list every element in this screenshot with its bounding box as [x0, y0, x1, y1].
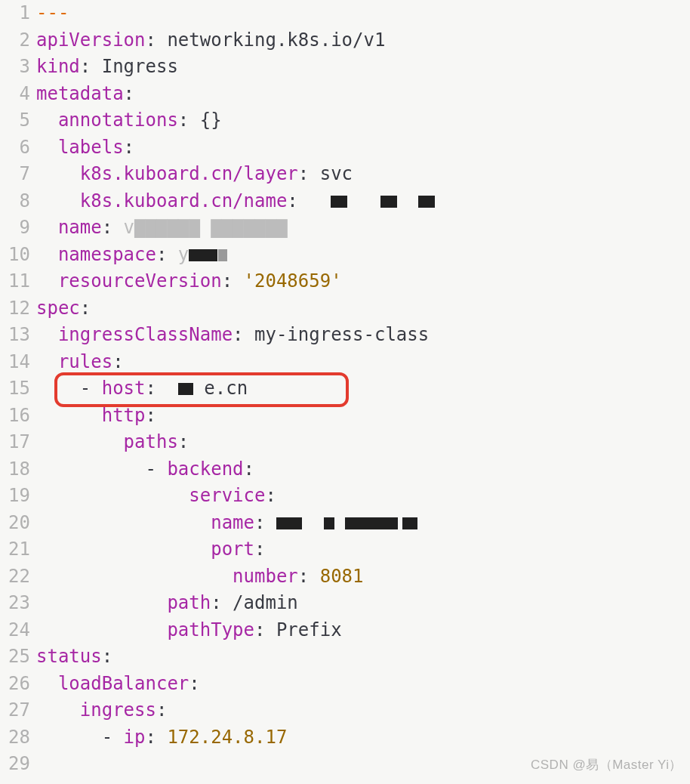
- line-number: 13: [0, 322, 36, 349]
- code-line: 18 - backend:: [0, 456, 690, 483]
- code-line: 17 paths:: [0, 429, 690, 456]
- yaml-key: name: [58, 217, 102, 238]
- line-number: 18: [0, 456, 36, 483]
- line-number: 3: [0, 54, 36, 81]
- yaml-key: annotations: [58, 110, 178, 131]
- redacted-block: [380, 196, 397, 208]
- line-number: 28: [0, 724, 36, 752]
- line-number: 4: [0, 81, 36, 108]
- redacted-block: [218, 249, 227, 261]
- line-number: 23: [0, 590, 36, 617]
- line-number: 20: [0, 510, 36, 537]
- yaml-doc-start: ---: [36, 2, 69, 23]
- code-line: 26 loadBalancer:: [0, 671, 690, 698]
- line-number: 8: [0, 188, 36, 215]
- line-number: 26: [0, 671, 36, 698]
- yaml-key: ingressClassName: [58, 324, 233, 345]
- redacted-block: [178, 383, 193, 395]
- line-number: 2: [0, 27, 36, 54]
- code-line: 15 - host: e.cn: [0, 375, 690, 403]
- yaml-key: metadata: [36, 83, 124, 104]
- yaml-key: kind: [36, 56, 80, 77]
- code-line: 1 ---: [0, 0, 690, 27]
- yaml-key: ingress: [80, 699, 156, 721]
- yaml-key: service: [189, 485, 265, 506]
- code-line: 16 http:: [0, 403, 690, 430]
- yaml-key: namespace: [58, 244, 156, 265]
- yaml-value: 172.24.8.17: [167, 727, 287, 748]
- line-number: 27: [0, 697, 36, 724]
- yaml-key: labels: [58, 137, 124, 158]
- yaml-key: port: [211, 539, 254, 560]
- yaml-key: rules: [58, 351, 112, 372]
- redacted-text: v▇▇▇▇▇▇ ▇▇▇▇▇▇▇: [124, 217, 288, 238]
- line-number: 25: [0, 644, 36, 671]
- code-line: 9 name: v▇▇▇▇▇▇ ▇▇▇▇▇▇▇: [0, 215, 690, 242]
- line-number: 1: [0, 0, 36, 27]
- yaml-key: loadBalancer: [58, 673, 189, 694]
- code-line: 20 name:: [0, 510, 690, 537]
- line-number: 22: [0, 563, 36, 591]
- yaml-key: k8s.kuboard.cn/name: [80, 190, 288, 211]
- yaml-key: pathType: [167, 619, 254, 640]
- line-number: 12: [0, 295, 36, 323]
- yaml-value: e.cn: [204, 378, 248, 399]
- redacted-block: [345, 517, 398, 529]
- line-number: 14: [0, 349, 36, 376]
- line-number: 15: [0, 375, 36, 403]
- code-line: 6 labels:: [0, 134, 690, 162]
- code-line: 12 spec:: [0, 295, 690, 323]
- code-line: 23 path: /admin: [0, 590, 690, 617]
- yaml-value: {}: [200, 110, 222, 131]
- yaml-key: apiVersion: [36, 29, 146, 51]
- code-line: 11 resourceVersion: '2048659': [0, 268, 690, 295]
- line-number: 29: [0, 751, 36, 778]
- code-line: 5 annotations: {}: [0, 107, 690, 134]
- code-line: 25 status:: [0, 644, 690, 671]
- line-number: 5: [0, 107, 36, 134]
- watermark-text: CSDN @易（Master Yi）: [531, 752, 682, 778]
- yaml-key: name: [211, 512, 254, 533]
- code-line: 10 namespace: y: [0, 242, 690, 269]
- code-line: 21 port:: [0, 536, 690, 563]
- yaml-value: /admin: [233, 592, 298, 613]
- code-line: 8 k8s.kuboard.cn/name:: [0, 188, 690, 215]
- yaml-key: resourceVersion: [58, 270, 222, 292]
- yaml-value: svc: [320, 163, 353, 184]
- code-line: 2 apiVersion: networking.k8s.io/v1: [0, 27, 690, 54]
- redacted-block: [331, 196, 347, 208]
- yaml-value: '2048659': [244, 270, 342, 292]
- yaml-code-block: 1 --- 2 apiVersion: networking.k8s.io/v1…: [0, 0, 690, 778]
- yaml-value: Ingress: [102, 56, 178, 77]
- code-line: 19 service:: [0, 483, 690, 510]
- redacted-block: [324, 517, 334, 529]
- redacted-block: [418, 196, 435, 208]
- line-number: 7: [0, 161, 36, 188]
- code-line: 7 k8s.kuboard.cn/layer: svc: [0, 161, 690, 188]
- yaml-key: ip: [124, 727, 146, 748]
- yaml-key: http: [102, 405, 146, 426]
- line-number: 6: [0, 134, 36, 162]
- line-number: 19: [0, 483, 36, 510]
- code-line: 24 pathType: Prefix: [0, 617, 690, 644]
- redacted-block: [276, 517, 302, 529]
- line-number: 24: [0, 617, 36, 644]
- redacted-block: [189, 249, 217, 261]
- yaml-key: status: [36, 646, 102, 667]
- yaml-key: path: [167, 592, 211, 613]
- line-number: 21: [0, 536, 36, 563]
- code-line: 28 - ip: 172.24.8.17: [0, 724, 690, 752]
- yaml-key: host: [102, 378, 146, 399]
- yaml-key: paths: [124, 431, 178, 452]
- code-line: 22 number: 8081: [0, 563, 690, 591]
- line-number: 17: [0, 429, 36, 456]
- yaml-key: k8s.kuboard.cn/layer: [80, 163, 298, 184]
- line-number: 11: [0, 268, 36, 295]
- yaml-key: backend: [167, 458, 243, 480]
- yaml-key: spec: [36, 298, 80, 319]
- code-line: 13 ingressClassName: my-ingress-class: [0, 322, 690, 349]
- yaml-value: networking.k8s.io/v1: [167, 29, 385, 51]
- code-line: 27 ingress:: [0, 697, 690, 724]
- line-number: 9: [0, 215, 36, 242]
- line-number: 16: [0, 403, 36, 430]
